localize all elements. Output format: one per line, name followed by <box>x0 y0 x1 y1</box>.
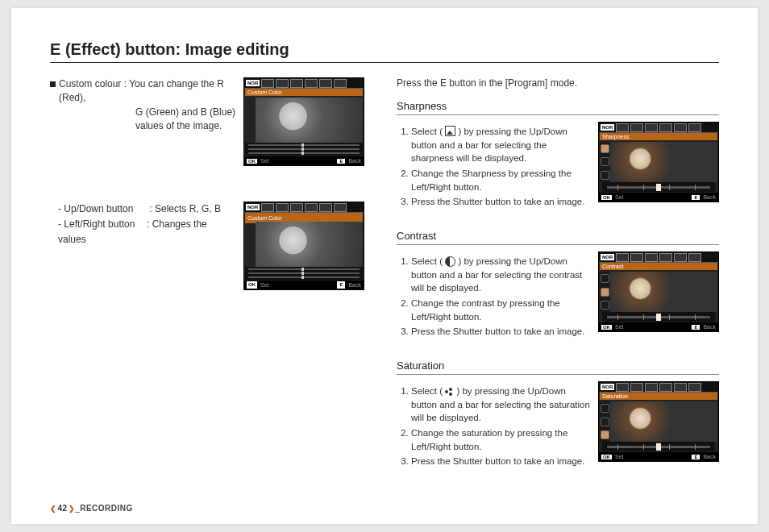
side-icon <box>601 274 609 283</box>
rgb-bars <box>245 143 363 156</box>
list-item: Press the Shutter button to take an imag… <box>411 455 592 468</box>
mode-icon <box>645 253 658 262</box>
custom-colour-row: Custom colour : You can change the R (Re… <box>50 77 364 166</box>
mode-icon <box>645 123 658 132</box>
list-item: Select ( ) by pressing the Up/Down butto… <box>411 125 592 165</box>
side-icon <box>601 301 609 310</box>
lcd-footer: OK Set E Back <box>244 281 364 289</box>
mode-icon <box>319 79 332 88</box>
r-bar <box>248 144 360 146</box>
mode-icon <box>688 383 701 392</box>
mode-icon <box>616 123 629 132</box>
mode-icon <box>305 203 318 212</box>
mode-icon <box>616 253 629 262</box>
manual-page: E (Effect) button: Image editing Custom … <box>11 8 758 524</box>
step-text: Select ( <box>411 256 445 266</box>
mode-icon <box>630 253 643 262</box>
contrast-body: Select ( ) by pressing the Up/Down butto… <box>397 251 719 348</box>
lcd-photo <box>256 222 363 268</box>
custom-colour-line2: G (Green) and B (Blue) <box>59 106 240 119</box>
list-item: Change the Sharpness by pressing the Lef… <box>411 167 592 193</box>
list-item: Press the Shutter button to take an imag… <box>411 195 592 209</box>
set-label: Set <box>615 324 624 330</box>
saturation-steps: Select ( ) by pressing the Up/Down butto… <box>397 384 592 470</box>
mode-icon <box>334 79 347 88</box>
contrast-icon <box>445 256 455 267</box>
step-text: Select ( <box>411 127 445 136</box>
step-text: Select ( <box>411 386 445 396</box>
mode-icon <box>290 203 303 212</box>
page-title: E (Effect) button: Image editing <box>50 40 719 63</box>
set-label: Set <box>615 454 624 459</box>
lcd-photo <box>256 98 363 144</box>
mode-icon <box>630 383 643 392</box>
ok-key-icon: OK <box>601 455 612 459</box>
sharpness-body: Select ( ) by pressing the Up/Down butto… <box>397 122 719 218</box>
contrast-heading: Contrast <box>397 230 719 245</box>
sharpness-icon <box>445 126 455 136</box>
custom-colour-text: Custom colour : You can change the R (Re… <box>59 77 240 134</box>
saturation-icon <box>445 387 454 396</box>
back-label: Back <box>703 454 716 459</box>
mode-icon <box>659 253 672 262</box>
lcd-topbar: NOR <box>244 202 364 213</box>
lcd-preview-custom-2: NOR Custom Color <box>243 202 364 290</box>
side-icon <box>601 171 609 180</box>
leftright-sep: : <box>147 218 152 230</box>
b-bar <box>248 276 360 278</box>
mode-icon <box>688 253 701 262</box>
e-key-icon: E <box>337 159 345 164</box>
lcd-footer: OK Set E Back <box>244 156 364 165</box>
updown-desc: Selects R, G, B <box>155 203 221 214</box>
lcd-side-icons <box>600 142 609 182</box>
mode-icon <box>334 203 347 212</box>
set-label: Set <box>615 194 624 200</box>
back-label: Back <box>703 194 716 200</box>
lcd-preview-contrast: NOR Contrast OKSetEBack <box>598 251 719 332</box>
mode-icon <box>276 79 289 88</box>
mode-icon <box>261 79 274 88</box>
sharpness-steps: Select ( ) by pressing the Up/Down butto… <box>397 125 592 210</box>
r-bar <box>248 268 360 270</box>
g-bar <box>248 148 360 150</box>
lcd-topbar: NOR <box>599 382 718 393</box>
updown-sep: : <box>147 203 155 214</box>
side-icon <box>601 157 609 166</box>
lcd-topbar: NOR <box>599 252 718 263</box>
lcd-footer: OKSetEBack <box>599 322 718 331</box>
e-key-icon: E <box>692 195 700 200</box>
leftright-label: - Left/Right button <box>58 217 147 232</box>
slider-track <box>607 316 710 318</box>
mode-icon <box>276 203 289 212</box>
lcd-mode-label: Sharpness <box>600 133 717 140</box>
side-icon <box>601 288 609 297</box>
side-icon <box>601 404 609 413</box>
rgb-bars <box>245 267 363 280</box>
contrast-steps: Select ( ) by pressing the Up/Down butto… <box>397 255 592 340</box>
lcd-photo <box>610 142 717 182</box>
saturation-body: Select ( ) by pressing the Up/Down butto… <box>397 381 719 478</box>
updown-label: - Up/Down button <box>58 202 147 217</box>
lcd-side-icons <box>600 272 609 312</box>
nor-badge: NOR <box>601 254 614 260</box>
nor-badge: NOR <box>246 204 260 210</box>
custom-colour-label: Custom colour <box>59 78 121 89</box>
list-item: Change the saturation by pressing the Le… <box>411 426 592 453</box>
b-bar <box>248 152 360 154</box>
adjust-slider <box>602 182 715 192</box>
ok-key-icon: OK <box>247 159 257 164</box>
back-label: Back <box>703 324 716 330</box>
mode-icon <box>630 123 643 132</box>
ok-key-icon: OK <box>601 325 612 330</box>
content-columns: Custom colour : You can change the R (Re… <box>50 77 719 478</box>
custom-colour-line3: values of the image. <box>59 119 240 133</box>
nor-badge: NOR <box>246 80 260 86</box>
right-intro: Press the E button in the [Program] mode… <box>397 77 719 89</box>
nor-badge: NOR <box>601 384 614 390</box>
lcd-photo <box>610 272 717 312</box>
page-footer: 42_RECORDING <box>50 504 133 513</box>
set-label: Set <box>260 158 269 164</box>
nor-badge: NOR <box>601 124 614 131</box>
adjust-slider <box>602 312 715 322</box>
button-legend: - Up/Down button : Selects R, G, B - Lef… <box>50 202 364 290</box>
